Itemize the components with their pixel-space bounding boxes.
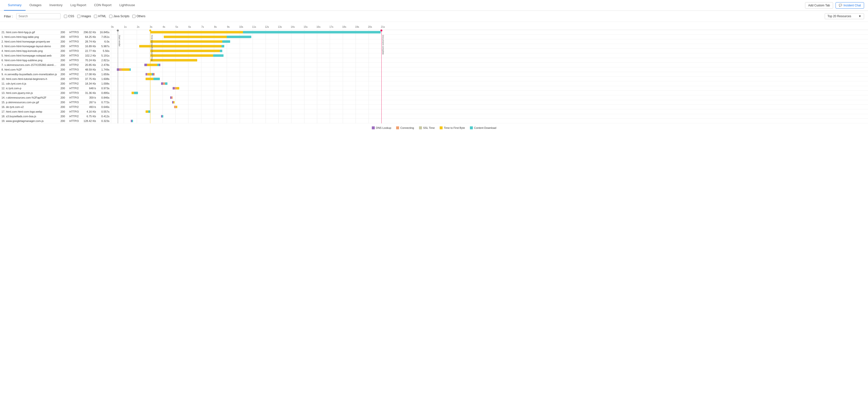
tab-outages[interactable]: Outages — [26, 0, 45, 10]
grid-line — [369, 49, 369, 53]
grid-line — [355, 49, 356, 53]
grid-line — [381, 81, 382, 86]
grid-line — [162, 91, 163, 95]
resource-size: 48.59 Kb — [80, 67, 97, 72]
grid-line — [227, 63, 227, 67]
bar-segment-dns — [146, 73, 147, 75]
grid-line — [381, 105, 382, 109]
timeline-cell — [111, 39, 868, 44]
resource-status: 200 — [59, 110, 68, 114]
bar-segment-ttfb — [139, 45, 222, 48]
grid-line — [214, 58, 214, 62]
resource-size: 4.16 Kb — [80, 110, 97, 114]
tab-summary[interactable]: Summary — [4, 0, 26, 10]
resource-name: 8. html.com-%2F — [0, 67, 59, 72]
filter-css[interactable]: CSS — [64, 14, 74, 18]
grid-line — [278, 95, 279, 100]
grid-line — [227, 119, 227, 123]
table-row: 18. s3.buysellads.com-bsa.js200HTTP/26.7… — [0, 114, 868, 119]
grid-line — [188, 63, 188, 67]
grid-line — [381, 86, 382, 90]
grid-line — [355, 105, 356, 109]
table-row: 4. html.com-html-hpg-komodo.png200HTTP/3… — [0, 49, 868, 53]
resource-status: 200 — [59, 49, 68, 53]
time-tick: 20s — [368, 26, 372, 28]
grid-line — [214, 72, 214, 76]
tab-lighthouse[interactable]: Lighthouse — [115, 0, 139, 10]
resource-size: 296.02 Kb — [80, 30, 97, 35]
tab-cdn-report[interactable]: CDN Report — [90, 0, 116, 10]
resource-duration: 0.973s — [97, 86, 111, 91]
grid-line — [188, 105, 188, 109]
grid-line — [266, 58, 266, 62]
grid-line — [381, 77, 382, 81]
grid-line — [201, 91, 202, 95]
incident-chat-button[interactable]: 💬 Incident Chat — [836, 2, 864, 9]
grid-line — [214, 110, 214, 114]
grid-line — [343, 35, 343, 39]
grid-line — [124, 72, 124, 76]
legend-item: Connecting — [396, 126, 414, 129]
add-custom-tab-button[interactable]: Add Custom Tab — [805, 2, 833, 9]
bar-segment-connecting — [174, 106, 176, 108]
bar-segment-connecting — [119, 68, 122, 71]
grid-line — [266, 35, 266, 39]
grid-line — [201, 114, 202, 119]
grid-line — [111, 91, 111, 95]
grid-line — [124, 95, 124, 100]
grid-line — [343, 105, 343, 109]
resource-protocol: HTTP/3 — [68, 44, 80, 49]
resource-name: 15. p.skimresources.com-px.gif — [0, 100, 59, 105]
grid-line — [266, 95, 266, 100]
grid-line — [124, 49, 124, 53]
resource-protocol: HTTP/3 — [68, 49, 80, 53]
grid-line — [252, 81, 253, 86]
top-resources-dropdown[interactable]: Top 20 Resources ▼ — [825, 13, 864, 19]
time-tick: 21s — [381, 26, 385, 28]
resource-duration: 0.846s — [97, 95, 111, 100]
grid-line — [227, 77, 227, 81]
bar-segment-ttfb — [177, 87, 179, 90]
time-tick: 16s — [316, 26, 320, 28]
search-input[interactable] — [16, 13, 61, 19]
timeline-cell — [111, 53, 868, 58]
grid-line — [291, 67, 291, 72]
grid-line — [162, 95, 163, 100]
resource-status: 200 — [59, 58, 68, 63]
grid-line — [188, 114, 188, 119]
bar-segment-ttfb — [164, 36, 227, 38]
grid-line — [278, 114, 279, 119]
grid-line — [266, 86, 266, 90]
grid-line — [343, 114, 343, 119]
grid-line — [291, 110, 291, 114]
resource-size: 18.34 Kb — [80, 81, 97, 86]
grid-line — [124, 105, 124, 109]
table-row: 21. html.com-html-hpg-js.gif200HTTP/3296… — [0, 30, 868, 35]
tab-log-report[interactable]: Log Report — [66, 0, 90, 10]
grid-line — [111, 44, 111, 49]
resource-status: 200 — [59, 67, 68, 72]
grid-line — [111, 53, 111, 58]
chevron-down-icon: ▼ — [859, 14, 861, 18]
grid-line — [124, 77, 124, 81]
grid-line — [252, 53, 253, 58]
filter-javascripts[interactable]: Java Scripts — [109, 14, 129, 18]
resource-size: 20.85 Kb — [80, 63, 97, 67]
grid-line — [252, 119, 253, 123]
grid-line — [266, 110, 266, 114]
resource-protocol: HTTP/3 — [68, 67, 80, 72]
resource-size: 31.36 Kb — [80, 91, 97, 95]
grid-line — [188, 91, 188, 95]
grid-line — [278, 119, 279, 123]
bar-segment-ttfb — [131, 92, 134, 94]
grid-line — [381, 114, 382, 119]
grid-line — [227, 72, 227, 76]
filter-images[interactable]: Images — [77, 14, 91, 18]
legend-color — [470, 126, 473, 129]
resource-size: 17.08 Kb — [80, 72, 97, 77]
grid-line — [162, 110, 163, 114]
filter-html[interactable]: HTML — [94, 14, 106, 18]
grid-line — [381, 49, 382, 53]
filter-others[interactable]: Others — [132, 14, 145, 18]
tab-inventory[interactable]: Inventory — [45, 0, 66, 10]
